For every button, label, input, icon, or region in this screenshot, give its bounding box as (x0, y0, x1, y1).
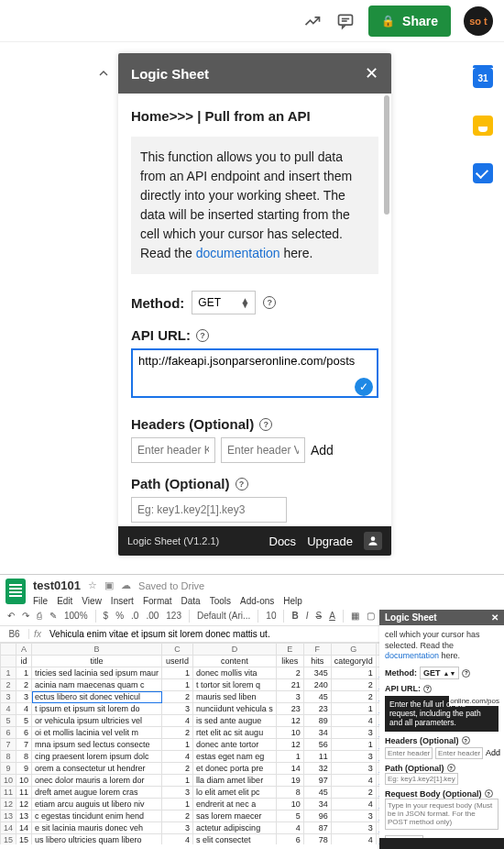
fx-icon: fx (29, 629, 46, 639)
table-row[interactable]: 77mna ipsum sed lectus consecte1donec an… (1, 739, 419, 751)
docs-link[interactable]: Docs (269, 535, 297, 548)
share-button[interactable]: 🔒 Share (368, 6, 451, 37)
bold-icon[interactable]: B (291, 611, 298, 621)
spreadsheet-grid[interactable]: ABCDEFGHidtitleuserIdcontentlikeshitscat… (0, 643, 419, 844)
method-select[interactable]: GET ▲▼ (192, 291, 256, 314)
header-value-input[interactable] (435, 747, 483, 759)
print-icon[interactable]: ⎙ (37, 611, 42, 621)
version-label: Logic Sheet (V1.2.1) (127, 535, 219, 546)
table-row[interactable]: 1111dreft amet augue lorem cras3lo elit … (1, 787, 419, 799)
help-icon[interactable]: ? (196, 329, 209, 342)
documentation-link[interactable]: documentation (196, 246, 280, 260)
header-key-input[interactable] (131, 437, 215, 463)
col-header[interactable]: F (303, 644, 331, 656)
strike-icon[interactable]: S (315, 611, 322, 621)
col-header[interactable] (1, 644, 16, 656)
help-icon[interactable]: ? (462, 736, 470, 744)
table-row[interactable]: 1212etiam arcu auguis ut libero niv1endr… (1, 799, 419, 810)
add-header-button[interactable]: Add (311, 443, 334, 458)
path-input[interactable] (385, 773, 458, 785)
table-row[interactable]: 88cing praesent lorem ipsum dolc4estas e… (1, 751, 419, 763)
doc-title[interactable]: test0101 (33, 579, 81, 592)
logic-sheet-panel: Logic Sheet ✕ Home>>> | Pull from an API… (118, 53, 391, 556)
fill-icon[interactable]: ▦ (351, 611, 359, 621)
zoom-select[interactable]: 100% (64, 611, 88, 621)
method-select[interactable]: GET▲▼ (420, 667, 459, 679)
menu-help[interactable]: Help (283, 596, 302, 606)
undo-icon[interactable]: ↶ (7, 611, 15, 621)
saved-label: Saved to Drive (138, 580, 204, 591)
close-icon[interactable]: ✕ (491, 612, 499, 623)
table-row[interactable]: 55or vehicula ipsum ultricies vel4is sed… (1, 715, 419, 727)
breadcrumb-home[interactable]: Home (131, 108, 170, 124)
cloud-icon: ☁ (121, 579, 131, 591)
help-icon[interactable]: ? (236, 478, 248, 491)
col-header[interactable]: D (193, 644, 277, 656)
menu-add-ons[interactable]: Add-ons (240, 596, 274, 606)
tasks-icon[interactable] (473, 163, 493, 183)
menu-format[interactable]: Format (143, 596, 172, 606)
menu-file[interactable]: File (33, 596, 48, 606)
help-icon[interactable]: ? (485, 789, 493, 798)
documentation-link[interactable]: documentation (385, 651, 439, 660)
scrollbar[interactable] (382, 94, 391, 526)
menu-tools[interactable]: Tools (210, 596, 231, 606)
star-icon[interactable]: ☆ (88, 579, 97, 591)
path-input[interactable] (131, 497, 287, 523)
redo-icon[interactable]: ↷ (22, 611, 29, 621)
mini-logic-panel: Logic Sheet ✕ cell which your cursor has… (379, 610, 504, 849)
panel-title: Logic Sheet (131, 66, 209, 82)
menu-insert[interactable]: Insert (111, 596, 134, 606)
header-key-input[interactable] (385, 747, 433, 759)
border-icon[interactable]: ▢ (367, 611, 375, 621)
table-row[interactable]: 99orem a consectetur ut hendrer2et donec… (1, 763, 419, 775)
col-header[interactable]: B (32, 644, 162, 656)
cell-ref[interactable]: B6 (0, 629, 29, 639)
calendar-icon[interactable]: 31 (473, 68, 493, 88)
font-size[interactable]: 10 (266, 611, 276, 621)
menu-view[interactable]: View (82, 596, 102, 606)
table-row[interactable]: 1010onec dolor mauris a lorem dor1lla di… (1, 775, 419, 787)
header-value-input[interactable] (221, 437, 305, 463)
text-color-icon[interactable]: A (329, 611, 335, 621)
help-icon[interactable]: ? (423, 685, 432, 693)
collapse-panel-chevron[interactable] (89, 53, 118, 94)
help-icon[interactable]: ? (263, 296, 276, 309)
table-row[interactable]: 44t ipsum et ipsum sit lorem do3nunciidu… (1, 703, 419, 715)
move-icon[interactable]: ▣ (104, 579, 114, 591)
table-row[interactable]: 11tricies sed lacinia sed ipsum maur1don… (1, 667, 419, 679)
breadcrumb-page: Pull from an API (205, 108, 311, 124)
table-row[interactable]: 1515us libero ultricies quam libero4s el… (1, 834, 419, 845)
add-header-button[interactable]: Add (486, 748, 500, 757)
col-header[interactable]: C (162, 644, 193, 656)
help-icon[interactable]: ? (462, 669, 470, 678)
activity-icon[interactable] (302, 11, 323, 31)
select-arrows-icon: ▲▼ (240, 298, 249, 307)
avatar[interactable]: so t (464, 6, 493, 36)
user-icon[interactable] (364, 532, 382, 550)
col-header[interactable]: E (276, 644, 303, 656)
comment-icon[interactable] (335, 11, 356, 31)
formula-bar[interactable]: Vehicula enim vitae et ipsum sit lorem d… (46, 629, 270, 639)
keep-icon[interactable] (473, 116, 493, 136)
paint-icon[interactable]: ✎ (49, 611, 57, 621)
sheets-logo[interactable] (5, 579, 26, 604)
help-icon[interactable]: ? (447, 764, 455, 772)
table-row[interactable]: 66oi et mollis lacinia vel velit m2rtet … (1, 727, 419, 739)
svg-rect-0 (339, 15, 353, 25)
close-icon[interactable]: ✕ (365, 63, 378, 83)
help-icon[interactable]: ? (259, 418, 272, 431)
api-url-input[interactable]: http://fakeapi.jsonparseronline.com/post… (131, 348, 378, 398)
table-row[interactable]: 1414e sit lacinia mauris donec veh3actet… (1, 822, 419, 834)
upgrade-link[interactable]: Upgrade (307, 535, 353, 548)
table-row[interactable]: 1313c egestas tincidunt enim hend2sas lo… (1, 810, 419, 822)
font-select[interactable]: Default (Ari... (197, 611, 250, 621)
menu-data[interactable]: Data (181, 596, 201, 606)
table-row[interactable]: 33ectus libero sit donec vehicul2mauris … (1, 691, 419, 703)
col-header[interactable]: G (331, 644, 376, 656)
menu-edit[interactable]: Edit (57, 596, 72, 606)
col-header[interactable]: A (16, 644, 32, 656)
italic-icon[interactable]: I (306, 611, 309, 621)
table-row[interactable]: 22acinia nam maecenas quam c1t tortor si… (1, 679, 419, 691)
body-input[interactable] (385, 799, 499, 830)
